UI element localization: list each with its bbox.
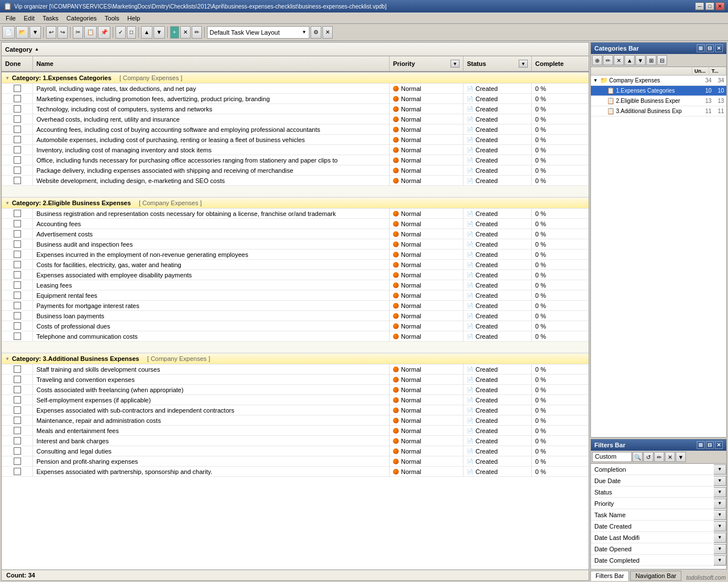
filter-row-dropdown[interactable]: ▼: [714, 510, 726, 520]
menu-tools[interactable]: Tools: [101, 14, 123, 23]
task-checkbox[interactable]: [14, 230, 21, 238]
filter-row-dropdown[interactable]: ▼: [714, 555, 726, 566]
category-section-header[interactable]: ▼ Category: 3.Additional Business Expens…: [2, 353, 589, 364]
paste-btn[interactable]: 📌: [98, 26, 110, 39]
task-checkbox[interactable]: [14, 105, 21, 113]
menu-file[interactable]: File: [2, 14, 19, 23]
task-checkbox[interactable]: [14, 447, 21, 455]
filter-more-btn[interactable]: ▼: [676, 452, 686, 462]
task-checkbox[interactable]: [14, 292, 21, 299]
filter-row-dropdown[interactable]: ▼: [714, 533, 726, 543]
cat-tree-item[interactable]: 📋 2.Eligible Business Exper 13 13: [591, 96, 726, 106]
maximize-button[interactable]: □: [705, 2, 714, 10]
task-checkbox[interactable]: [14, 251, 21, 258]
layout-settings-btn[interactable]: ⚙: [311, 26, 321, 39]
categories-bar-close-btn[interactable]: ✕: [715, 44, 723, 52]
filter-row-dropdown[interactable]: ▼: [714, 487, 726, 497]
task-checkbox[interactable]: [14, 427, 21, 434]
filters-bar-float-btn[interactable]: ⊟: [706, 441, 714, 449]
open-btn[interactable]: 📂: [16, 26, 28, 39]
filter-row-dropdown[interactable]: ▼: [714, 476, 726, 486]
menu-categories[interactable]: Categories: [63, 14, 100, 23]
cat-collapse-btn[interactable]: ⊟: [657, 55, 667, 65]
cat-del-btn[interactable]: ✕: [614, 55, 624, 65]
task-checkbox[interactable]: [14, 458, 21, 465]
filter-edit-btn[interactable]: ✏: [654, 452, 664, 462]
add-task-btn[interactable]: +: [170, 26, 179, 39]
cat-tree-item[interactable]: ▼ 📁 Company Expenses 34 34: [591, 76, 726, 86]
category-section-header[interactable]: ▼ Category: 2.Eligible Business Expenses…: [2, 197, 589, 209]
menu-tasks[interactable]: Tasks: [39, 14, 62, 23]
minimize-button[interactable]: ─: [695, 2, 704, 10]
filter-row-dropdown[interactable]: ▼: [714, 498, 726, 509]
filter-name-input[interactable]: Custom: [592, 452, 632, 462]
filter-row-dropdown[interactable]: ▼: [714, 544, 726, 554]
save-btn[interactable]: ▼: [30, 26, 41, 39]
filters-bar-restore-btn[interactable]: ⊞: [697, 441, 705, 449]
task-checkbox[interactable]: [14, 126, 21, 133]
task-checkbox[interactable]: [14, 156, 21, 164]
task-checkbox[interactable]: [14, 240, 21, 248]
task-checkbox[interactable]: [14, 468, 21, 475]
move-up-btn[interactable]: ▲: [141, 26, 152, 39]
categories-bar-restore-btn[interactable]: ⊞: [697, 44, 705, 52]
cut-btn[interactable]: ✂: [73, 26, 83, 39]
category-section-header[interactable]: ▼ Category: 1.Expenses Categories [ Comp…: [2, 72, 589, 84]
task-checkbox[interactable]: [14, 210, 21, 217]
task-checkbox[interactable]: [14, 332, 21, 340]
filter-del-btn[interactable]: ✕: [665, 452, 675, 462]
task-checkbox[interactable]: [14, 146, 21, 153]
layout-close-btn[interactable]: ✕: [322, 26, 333, 39]
task-checkbox[interactable]: [14, 136, 21, 143]
task-checkbox[interactable]: [14, 281, 21, 289]
edit-btn[interactable]: ✏: [192, 26, 202, 39]
new-btn[interactable]: 📄: [2, 26, 15, 39]
task-checkbox[interactable]: [14, 261, 21, 268]
filters-bar-close-btn[interactable]: ✕: [715, 441, 723, 449]
copy-btn[interactable]: 📋: [84, 26, 97, 39]
filter-row-dropdown[interactable]: ▼: [714, 521, 726, 531]
redo-btn[interactable]: ↪: [57, 26, 68, 39]
task-checkbox[interactable]: [14, 376, 21, 383]
move-down-btn[interactable]: ▼: [154, 26, 165, 39]
task-checkbox[interactable]: [14, 115, 21, 123]
task-checkbox[interactable]: [14, 220, 21, 227]
cat-tree-item[interactable]: 📋 3.Additional Business Exp 11 11: [591, 106, 726, 117]
uncheck-btn[interactable]: □: [127, 26, 136, 39]
priority-filter-btn[interactable]: ▼: [450, 60, 460, 68]
delete-btn[interactable]: ✕: [180, 26, 191, 39]
cat-edit-btn[interactable]: ✏: [603, 55, 613, 65]
task-checkbox[interactable]: [14, 322, 21, 330]
cat-move-dn-btn[interactable]: ▼: [635, 55, 646, 65]
filter-apply-btn[interactable]: 🔍: [632, 452, 643, 462]
cat-add-btn[interactable]: ⊕: [592, 55, 602, 65]
check-btn[interactable]: ✓: [115, 26, 126, 39]
filter-clear-btn[interactable]: ↺: [643, 452, 653, 462]
task-checkbox[interactable]: [14, 95, 21, 102]
task-checkbox[interactable]: [14, 417, 21, 424]
status-filter-btn[interactable]: ▼: [519, 60, 528, 68]
task-checkbox[interactable]: [14, 437, 21, 444]
task-checkbox[interactable]: [14, 396, 21, 404]
bottom-tab-navigation-bar[interactable]: Navigation Bar: [630, 571, 681, 581]
cat-tree-item[interactable]: 📋 1.Expenses Categories 10 10: [591, 86, 726, 96]
task-checkbox[interactable]: [14, 177, 21, 184]
cat-expand-btn[interactable]: ⊞: [646, 55, 656, 65]
task-checkbox[interactable]: [14, 312, 21, 319]
task-checkbox[interactable]: [14, 271, 21, 278]
task-checkbox[interactable]: [14, 406, 21, 414]
categories-bar-float-btn[interactable]: ⊟: [706, 44, 714, 52]
cat-move-up-btn[interactable]: ▲: [624, 55, 635, 65]
task-checkbox[interactable]: [14, 365, 21, 373]
layout-selector[interactable]: Default Task View Layout ▼: [207, 26, 309, 39]
task-checkbox[interactable]: [14, 85, 21, 92]
bottom-tab-filters-bar[interactable]: Filters Bar: [590, 571, 629, 581]
close-button[interactable]: ✕: [715, 2, 725, 10]
undo-btn[interactable]: ↩: [46, 26, 56, 39]
task-checkbox[interactable]: [14, 167, 21, 174]
task-checkbox[interactable]: [14, 302, 21, 309]
menu-help[interactable]: Help: [124, 14, 144, 23]
filter-row-dropdown[interactable]: ▼: [714, 464, 726, 475]
task-checkbox[interactable]: [14, 386, 21, 393]
menu-edit[interactable]: Edit: [20, 14, 38, 23]
